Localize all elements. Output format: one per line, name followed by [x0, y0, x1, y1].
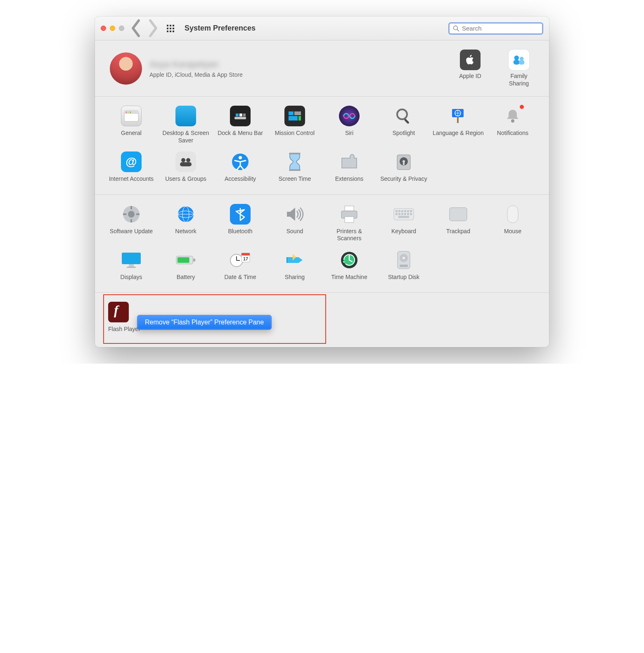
desktop-icon [175, 106, 196, 126]
date-time-item[interactable]: 17 Date & Time [215, 248, 266, 283]
minimize-window-button[interactable] [110, 26, 115, 31]
mouse-item[interactable]: Mouse [487, 202, 538, 244]
extensions-item[interactable]: Extensions [324, 150, 375, 185]
svg-rect-80 [193, 258, 195, 262]
svg-rect-6 [167, 31, 168, 32]
apple-id-item[interactable]: Apple ID [452, 50, 489, 87]
user-name: Asya Karapetyan [149, 59, 243, 70]
svg-rect-52 [136, 213, 140, 215]
remove-pane-menu-item[interactable]: Remove “Flash Player” Preference Pane [137, 315, 272, 330]
spotlight-item[interactable]: Spotlight [378, 104, 429, 146]
svg-rect-12 [514, 60, 520, 64]
notification-badge [519, 104, 525, 110]
svg-rect-38 [180, 162, 192, 166]
keyboard-icon [393, 204, 414, 225]
siri-item[interactable]: Siri [324, 104, 375, 146]
zoom-window-button[interactable] [119, 26, 124, 31]
svg-rect-68 [398, 213, 400, 215]
sound-item[interactable]: Sound [269, 202, 320, 244]
internet-accounts-item[interactable]: @ Internet Accounts [106, 150, 157, 185]
sharing-icon [284, 250, 305, 270]
svg-rect-2 [173, 25, 174, 26]
flash-player-label: Flash Player [108, 326, 140, 333]
svg-rect-34 [457, 117, 459, 123]
svg-rect-86 [242, 253, 250, 256]
svg-rect-23 [243, 114, 246, 116]
spotlight-icon [393, 106, 414, 126]
language-region-item[interactable]: Language & Region [433, 104, 484, 146]
sharing-item[interactable]: Sharing [269, 248, 320, 283]
search-icon [453, 25, 459, 32]
svg-text:17: 17 [243, 256, 248, 261]
svg-rect-8 [173, 31, 174, 32]
svg-rect-77 [129, 264, 134, 267]
security-privacy-item[interactable]: Security & Privacy [378, 150, 429, 185]
general-icon [121, 106, 142, 126]
svg-line-10 [457, 29, 459, 31]
svg-rect-3 [167, 28, 168, 29]
svg-rect-1 [170, 25, 171, 26]
screen-time-item[interactable]: Screen Time [269, 150, 320, 185]
time-machine-item[interactable]: Time Machine [324, 248, 375, 283]
svg-rect-51 [123, 213, 126, 215]
screen-time-icon [284, 151, 305, 172]
svg-point-18 [128, 112, 129, 113]
svg-rect-78 [127, 267, 136, 268]
svg-point-13 [520, 57, 524, 61]
accessibility-icon [230, 151, 251, 172]
time-machine-icon [339, 250, 360, 270]
svg-rect-66 [410, 210, 412, 212]
svg-rect-72 [410, 213, 412, 215]
family-sharing-item[interactable]: Family Sharing [500, 50, 537, 87]
printers-scanners-item[interactable]: Printers & Scanners [324, 202, 375, 244]
window-controls [101, 26, 124, 31]
notifications-item[interactable]: Notifications [487, 104, 538, 146]
profile-row: Asya Karapetyan Apple ID, iCloud, Media … [95, 40, 549, 97]
close-window-button[interactable] [101, 26, 106, 31]
svg-point-28 [397, 109, 407, 119]
accessibility-item[interactable]: Accessibility [215, 150, 266, 185]
svg-rect-5 [173, 28, 174, 29]
back-button[interactable] [130, 23, 142, 34]
svg-rect-64 [404, 210, 406, 212]
svg-point-9 [454, 26, 458, 30]
show-all-button[interactable] [165, 23, 176, 34]
family-sharing-icon [509, 50, 529, 70]
displays-item[interactable]: Displays [106, 248, 157, 283]
startup-disk-item[interactable]: Startup Disk [378, 248, 429, 283]
profile-text[interactable]: Asya Karapetyan Apple ID, iCloud, Media … [149, 59, 243, 78]
svg-rect-42 [289, 169, 301, 171]
trackpad-item[interactable]: Trackpad [433, 202, 484, 244]
software-update-item[interactable]: Software Update [106, 202, 157, 244]
svg-rect-49 [130, 206, 132, 209]
hardware-section: Software Update Network Bluetooth Sound [95, 195, 549, 293]
users-groups-item[interactable]: Users & Groups [160, 150, 211, 185]
svg-rect-24 [289, 111, 294, 115]
battery-icon [175, 250, 196, 270]
svg-rect-74 [450, 208, 467, 221]
user-subtitle: Apple ID, iCloud, Media & App Store [149, 71, 243, 78]
forward-button[interactable] [147, 23, 159, 34]
user-avatar[interactable] [110, 52, 142, 85]
svg-point-92 [402, 257, 405, 259]
svg-rect-0 [167, 25, 168, 26]
bluetooth-item[interactable]: Bluetooth [215, 202, 266, 244]
svg-rect-14 [519, 60, 524, 64]
general-item[interactable]: General [106, 104, 157, 146]
mission-control-item[interactable]: Mission Control [269, 104, 320, 146]
desktop-item[interactable]: Desktop & Screen Saver [160, 104, 211, 146]
svg-rect-71 [407, 213, 409, 215]
network-item[interactable]: Network [160, 202, 211, 244]
search-input[interactable] [462, 25, 540, 32]
dock-item[interactable]: Dock & Menu Bar [215, 104, 266, 146]
users-groups-icon [175, 151, 196, 172]
network-icon [175, 204, 196, 225]
keyboard-item[interactable]: Keyboard [378, 202, 429, 244]
search-field[interactable] [448, 22, 543, 35]
trackpad-icon [448, 204, 469, 225]
extensions-icon [339, 151, 360, 172]
battery-item[interactable]: Battery [160, 248, 211, 283]
svg-rect-25 [294, 111, 301, 115]
flash-player-item[interactable]: Flash Player Remove “Flash Player” Prefe… [108, 300, 162, 335]
startup-disk-icon [393, 250, 414, 270]
